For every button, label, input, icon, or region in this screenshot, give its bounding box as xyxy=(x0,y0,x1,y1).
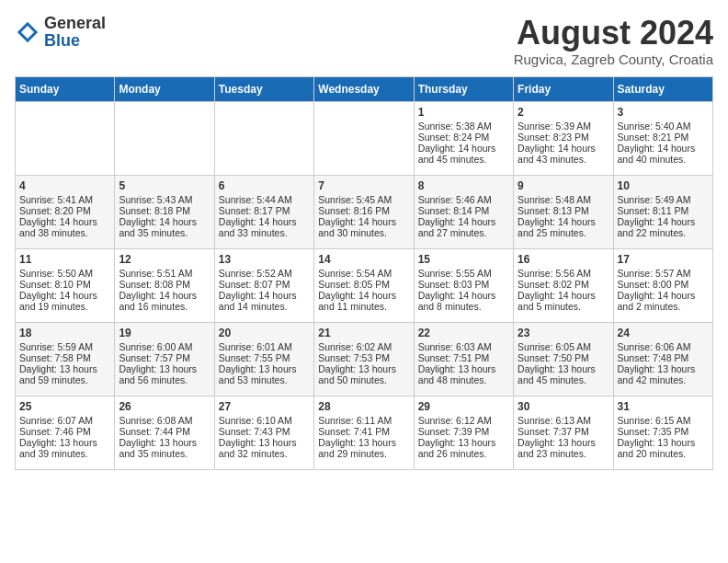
cell-text-line: Sunrise: 5:40 AM xyxy=(618,121,709,132)
calendar-cell: 20Sunrise: 6:01 AMSunset: 7:55 PMDayligh… xyxy=(214,322,313,396)
cell-text-line: Daylight: 13 hours xyxy=(219,363,310,374)
cell-text-line: Daylight: 14 hours xyxy=(518,290,609,301)
calendar-cell: 19Sunrise: 6:00 AMSunset: 7:57 PMDayligh… xyxy=(115,322,214,396)
calendar-cell: 30Sunrise: 6:13 AMSunset: 7:37 PMDayligh… xyxy=(514,396,613,469)
calendar-cell: 11Sunrise: 5:50 AMSunset: 8:10 PMDayligh… xyxy=(16,248,115,322)
cell-text-line: and 2 minutes. xyxy=(618,301,709,312)
cell-text-line: Sunset: 8:24 PM xyxy=(418,132,509,143)
cell-text-line: Daylight: 13 hours xyxy=(19,437,110,448)
cell-text-line: Daylight: 13 hours xyxy=(518,363,609,374)
cell-text-line: Sunset: 7:39 PM xyxy=(418,426,509,437)
cell-text-line: Sunset: 8:21 PM xyxy=(618,132,709,143)
cell-text-line: and 39 minutes. xyxy=(19,448,110,459)
cell-text-line: and 48 minutes. xyxy=(418,374,509,385)
cell-text-line: Sunset: 8:14 PM xyxy=(418,205,509,216)
title-area: August 2024 Rugvica, Zagreb County, Croa… xyxy=(514,15,713,67)
cell-text-line: Sunrise: 5:38 AM xyxy=(418,121,509,132)
cell-date: 28 xyxy=(318,400,409,413)
cell-text-line: Sunrise: 5:46 AM xyxy=(418,194,509,205)
calendar-cell: 10Sunrise: 5:49 AMSunset: 8:11 PMDayligh… xyxy=(613,175,712,248)
calendar-cell: 24Sunrise: 6:06 AMSunset: 7:48 PMDayligh… xyxy=(613,322,712,396)
cell-text-line: Sunrise: 6:05 AM xyxy=(518,341,609,352)
cell-text-line: Daylight: 13 hours xyxy=(518,437,609,448)
cell-text-line: and 38 minutes. xyxy=(19,227,110,238)
calendar-cell: 17Sunrise: 5:57 AMSunset: 8:00 PMDayligh… xyxy=(613,248,712,322)
cell-date: 10 xyxy=(618,179,709,192)
calendar-cell: 2Sunrise: 5:39 AMSunset: 8:23 PMDaylight… xyxy=(514,101,613,175)
cell-text-line: Sunrise: 5:45 AM xyxy=(318,194,409,205)
cell-text-line: Daylight: 13 hours xyxy=(418,437,509,448)
cell-text-line: Daylight: 14 hours xyxy=(518,216,609,227)
calendar-header-row: SundayMondayTuesdayWednesdayThursdayFrid… xyxy=(16,76,713,101)
cell-text-line: Sunrise: 5:57 AM xyxy=(618,268,709,279)
calendar-cell: 25Sunrise: 6:07 AMSunset: 7:46 PMDayligh… xyxy=(16,396,115,469)
cell-date: 17 xyxy=(618,253,709,266)
cell-date: 4 xyxy=(19,179,110,192)
calendar-cell: 8Sunrise: 5:46 AMSunset: 8:14 PMDaylight… xyxy=(414,175,513,248)
cell-text-line: Sunset: 8:07 PM xyxy=(219,279,310,290)
cell-text-line: Daylight: 13 hours xyxy=(119,363,210,374)
cell-text-line: Sunset: 8:08 PM xyxy=(119,279,210,290)
cell-text-line: and 42 minutes. xyxy=(618,374,709,385)
cell-date: 7 xyxy=(318,179,409,192)
logo-text-general: General xyxy=(44,14,106,32)
cell-date: 24 xyxy=(618,327,709,339)
cell-text-line: and 56 minutes. xyxy=(119,374,210,385)
col-header-tuesday: Tuesday xyxy=(214,76,313,101)
cell-text-line: and 50 minutes. xyxy=(318,374,409,385)
cell-text-line: and 53 minutes. xyxy=(219,374,310,385)
cell-text-line: and 33 minutes. xyxy=(219,227,310,238)
cell-text-line: Sunrise: 5:49 AM xyxy=(618,194,709,205)
cell-text-line: and 30 minutes. xyxy=(318,227,409,238)
week-row-5: 25Sunrise: 6:07 AMSunset: 7:46 PMDayligh… xyxy=(16,396,713,469)
cell-date: 18 xyxy=(19,327,110,339)
cell-text-line: Daylight: 14 hours xyxy=(618,290,709,301)
cell-text-line: Sunset: 8:00 PM xyxy=(618,279,709,290)
cell-date: 21 xyxy=(318,327,409,339)
cell-date: 14 xyxy=(318,253,409,266)
cell-text-line: Sunrise: 6:06 AM xyxy=(618,341,709,352)
cell-date: 8 xyxy=(418,179,509,192)
cell-date: 25 xyxy=(19,400,110,413)
cell-text-line: Sunset: 7:58 PM xyxy=(19,352,110,363)
cell-text-line: Sunrise: 5:55 AM xyxy=(418,268,509,279)
cell-text-line: Daylight: 14 hours xyxy=(418,216,509,227)
calendar-cell: 4Sunrise: 5:41 AMSunset: 8:20 PMDaylight… xyxy=(16,175,115,248)
week-row-2: 4Sunrise: 5:41 AMSunset: 8:20 PMDaylight… xyxy=(16,175,713,248)
cell-text-line: Sunrise: 5:50 AM xyxy=(19,268,110,279)
calendar-cell: 29Sunrise: 6:12 AMSunset: 7:39 PMDayligh… xyxy=(414,396,513,469)
cell-text-line: Sunset: 7:50 PM xyxy=(518,352,609,363)
col-header-friday: Friday xyxy=(514,76,613,101)
cell-text-line: Sunset: 8:17 PM xyxy=(219,205,310,216)
cell-text-line: Sunset: 7:48 PM xyxy=(618,352,709,363)
cell-text-line: Sunset: 7:46 PM xyxy=(19,426,110,437)
cell-text-line: Sunset: 7:53 PM xyxy=(318,352,409,363)
calendar-cell: 15Sunrise: 5:55 AMSunset: 8:03 PMDayligh… xyxy=(414,248,513,322)
cell-text-line: Daylight: 14 hours xyxy=(219,290,310,301)
cell-text-line: and 40 minutes. xyxy=(618,154,709,165)
calendar-cell xyxy=(16,101,115,175)
cell-text-line: Sunset: 7:41 PM xyxy=(318,426,409,437)
cell-text-line: Sunset: 7:35 PM xyxy=(618,426,709,437)
cell-text-line: Sunrise: 6:07 AM xyxy=(19,415,110,426)
cell-text-line: Sunset: 8:02 PM xyxy=(518,279,609,290)
page-header: General Blue August 2024 Rugvica, Zagreb… xyxy=(15,15,713,67)
calendar-cell: 6Sunrise: 5:44 AMSunset: 8:17 PMDaylight… xyxy=(214,175,313,248)
cell-text-line: Sunset: 8:05 PM xyxy=(318,279,409,290)
month-title: August 2024 xyxy=(514,15,713,52)
cell-date: 6 xyxy=(219,179,310,192)
week-row-3: 11Sunrise: 5:50 AMSunset: 8:10 PMDayligh… xyxy=(16,248,713,322)
cell-date: 11 xyxy=(19,253,110,266)
cell-date: 31 xyxy=(618,400,709,413)
calendar-cell: 13Sunrise: 5:52 AMSunset: 8:07 PMDayligh… xyxy=(214,248,313,322)
cell-text-line: Daylight: 14 hours xyxy=(119,216,210,227)
calendar-cell: 18Sunrise: 5:59 AMSunset: 7:58 PMDayligh… xyxy=(16,322,115,396)
cell-text-line: and 45 minutes. xyxy=(518,374,609,385)
cell-text-line: Daylight: 14 hours xyxy=(318,290,409,301)
cell-text-line: and 29 minutes. xyxy=(318,448,409,459)
cell-text-line: Sunrise: 6:00 AM xyxy=(119,341,210,352)
calendar-cell: 12Sunrise: 5:51 AMSunset: 8:08 PMDayligh… xyxy=(115,248,214,322)
calendar-cell xyxy=(214,101,313,175)
cell-text-line: Sunset: 7:43 PM xyxy=(219,426,310,437)
cell-date: 26 xyxy=(119,400,210,413)
